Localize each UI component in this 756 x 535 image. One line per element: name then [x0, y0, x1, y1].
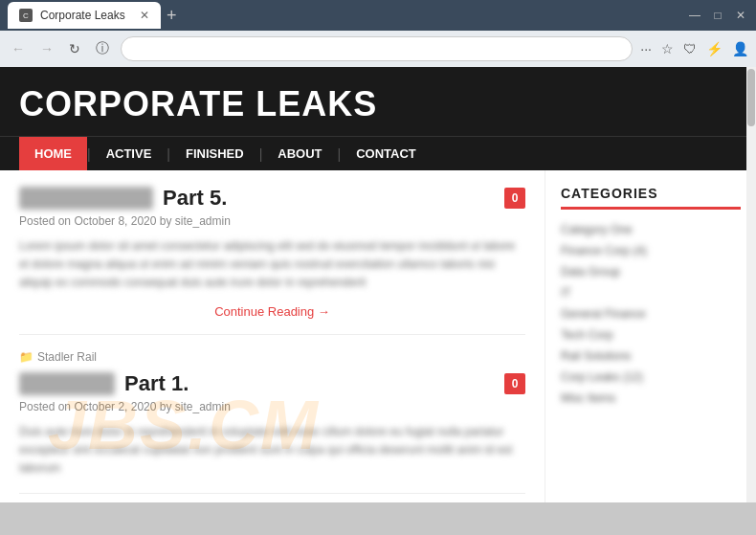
category-5[interactable]: General Finance	[561, 303, 741, 324]
post-1-title[interactable]: Part 5.	[163, 186, 227, 211]
post-1-title-blurred	[19, 187, 153, 210]
more-icon[interactable]: ···	[640, 41, 652, 56]
close-button[interactable]: ✕	[733, 9, 748, 22]
post-2-category: 📁 Stadler Rail	[19, 350, 525, 364]
post-1-header: Part 5. 0	[19, 186, 525, 211]
category-8[interactable]: Corp Leaks (12)	[561, 367, 741, 388]
minimize-button[interactable]: —	[687, 9, 702, 22]
category-3[interactable]: Data Group	[561, 261, 741, 282]
profile-icon[interactable]: 👤	[732, 41, 748, 56]
nav-home[interactable]: HOME	[19, 137, 87, 170]
webpage: CORPORATE LEAKS HOME | ACTIVE | FINISHED…	[0, 67, 756, 502]
favorites-icon[interactable]: ☆	[661, 41, 674, 56]
tab-close-button[interactable]: ✕	[140, 9, 149, 22]
folder-icon: 📁	[19, 350, 33, 364]
url-input[interactable]	[121, 36, 633, 61]
category-7[interactable]: Rail Solutions	[561, 346, 741, 367]
categories-title: CATEGORIES	[561, 186, 741, 210]
title-bar: C Corporate Leaks ✕ + — □ ✕	[0, 0, 756, 31]
post-2-category-label: Stadler Rail	[37, 350, 97, 364]
post-2-comment-badge: 0	[504, 373, 525, 394]
tab-favicon: C	[19, 9, 33, 22]
back-button[interactable]: ←	[8, 39, 29, 58]
scrollbar-thumb[interactable]	[747, 69, 755, 126]
nav-contact[interactable]: CONTACT	[341, 137, 432, 170]
info-button[interactable]: ⓘ	[92, 38, 113, 59]
category-2[interactable]: Finance Corp (4)	[561, 240, 741, 261]
nav-about[interactable]: ABOUT	[262, 137, 337, 170]
browser-tab[interactable]: C Corporate Leaks ✕	[8, 2, 161, 29]
toolbar-icons: ··· ☆ 🛡 ⚡ 👤	[640, 41, 748, 56]
category-9[interactable]: Misc Items	[561, 388, 741, 409]
scrollbar[interactable]	[746, 67, 756, 502]
refresh-button[interactable]: ↻	[65, 39, 84, 58]
nav-finished[interactable]: FINISHED	[170, 137, 259, 170]
post-1-excerpt: Lorem ipsum dolor sit amet consectetur a…	[19, 237, 525, 293]
post-2-title-blurred	[19, 372, 115, 395]
address-bar: ← → ↻ ⓘ ··· ☆ 🛡 ⚡ 👤	[0, 31, 756, 67]
post-2-meta: Posted on October 2, 2020 by site_admin	[19, 400, 525, 413]
post-item-1: Part 5. 0 Posted on October 8, 2020 by s…	[19, 186, 525, 335]
nav-bar: HOME | ACTIVE | FINISHED | ABOUT | CONTA…	[0, 136, 756, 170]
post-1-meta: Posted on October 8, 2020 by site_admin	[19, 214, 525, 228]
sidebar: CATEGORIES Category One Finance Corp (4)…	[545, 170, 756, 502]
category-4[interactable]: IT	[561, 282, 741, 303]
nav-active[interactable]: ACTIVE	[91, 137, 167, 170]
post-2-date: October 2, 2020	[74, 400, 156, 413]
forward-button[interactable]: →	[36, 39, 57, 58]
maximize-button[interactable]: □	[710, 9, 725, 22]
post-2-excerpt: Duis aute irure dolor in reprehenderit i…	[19, 423, 525, 479]
new-tab-button[interactable]: +	[167, 6, 177, 26]
content-area: Part 5. 0 Posted on October 8, 2020 by s…	[0, 170, 756, 502]
site-title: CORPORATE LEAKS	[19, 84, 737, 124]
browser-chrome: C Corporate Leaks ✕ + — □ ✕ ← → ↻ ⓘ ··· …	[0, 0, 756, 67]
post-2-author: site_admin	[175, 400, 231, 413]
post-2-title[interactable]: Part 1.	[124, 371, 189, 396]
tab-title: Corporate Leaks	[40, 9, 125, 22]
post-1-date: October 8, 2020	[74, 214, 156, 228]
window-controls: — □ ✕	[687, 9, 748, 22]
post-2-header: Part 1. 0	[19, 371, 525, 396]
post-1-comment-badge: 0	[504, 188, 525, 209]
shield-icon: 🛡	[683, 41, 697, 56]
post-1-continue-reading[interactable]: Continue Reading →	[19, 304, 525, 319]
category-1[interactable]: Category One	[561, 219, 741, 240]
post-1-author: site_admin	[175, 214, 231, 228]
main-content: Part 5. 0 Posted on October 8, 2020 by s…	[0, 170, 545, 502]
extensions-icon[interactable]: ⚡	[706, 41, 723, 56]
post-item-2: Part 1. 0 Posted on October 2, 2020 by s…	[19, 371, 525, 495]
category-6[interactable]: Tech Corp	[561, 324, 741, 346]
site-header: CORPORATE LEAKS	[0, 67, 756, 136]
